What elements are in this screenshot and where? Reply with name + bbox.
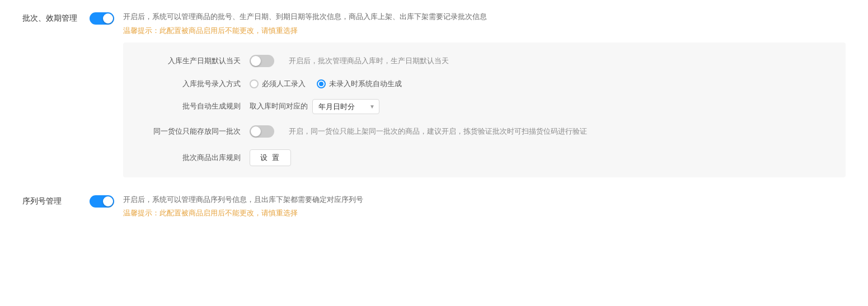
- batch-management-warning: 温馨提示：此配置被商品启用后不能更改，请慎重选择: [123, 25, 846, 37]
- batch-management-desc: 开启后，系统可以管理商品的批号、生产日期、到期日期等批次信息，商品入库上架、出库…: [123, 11, 846, 23]
- batch-input-mode-label: 入库批号录入方式: [140, 79, 241, 89]
- serial-toggle-track[interactable]: [90, 195, 114, 208]
- batch-outbound-rule-button[interactable]: 设 置: [250, 149, 291, 166]
- radio-manual-label: 必须人工录入: [262, 79, 306, 89]
- same-location-batch-row: 同一货位只能存放同一批次 开启，同一货位只能上架同一批次的商品，建议开启，拣货验…: [140, 124, 829, 139]
- default-production-date-toggle[interactable]: [250, 55, 274, 69]
- page-container: 批次、效期管理 开启后，系统可以管理商品的批号、生产日期、到期日期等批次信息，商…: [0, 0, 868, 247]
- batch-management-toggle[interactable]: [90, 12, 114, 26]
- serial-management-content: 开启后，系统可以管理商品序列号信息，且出库下架都需要确定对应序列号 温馨提示：此…: [123, 194, 846, 220]
- serial-management-desc: 开启后，系统可以管理商品序列号信息，且出库下架都需要确定对应序列号: [123, 194, 846, 206]
- batch-outbound-rule-row: 批次商品出库规则 设 置: [140, 149, 829, 166]
- radio-auto-label: 未录入时系统自动生成: [329, 79, 402, 89]
- batch-auto-rule-prefix: 取入库时间对应的: [250, 101, 308, 111]
- batch-management-label: 批次、效期管理: [22, 11, 90, 23]
- radio-auto-circle[interactable]: [317, 79, 326, 88]
- serial-management-toggle[interactable]: [90, 195, 114, 209]
- same-location-batch-toggle[interactable]: [250, 125, 274, 139]
- prod-date-toggle-track[interactable]: [250, 55, 274, 67]
- batch-management-content: 开启后，系统可以管理商品的批号、生产日期、到期日期等批次信息，商品入库上架、出库…: [123, 11, 846, 177]
- batch-toggle-track[interactable]: [90, 12, 114, 25]
- radio-manual-circle[interactable]: [250, 79, 259, 88]
- batch-auto-rule-row: 批号自动生成规则 取入库时间对应的 年月日时分 年月日 年月 年 ▼: [140, 99, 829, 114]
- batch-auto-rule-label: 批号自动生成规则: [140, 101, 241, 111]
- batch-management-section: 批次、效期管理 开启后，系统可以管理商品的批号、生产日期、到期日期等批次信息，商…: [22, 11, 846, 177]
- batch-input-mode-radio-group: 必须人工录入 未录入时系统自动生成: [250, 79, 402, 89]
- serial-management-section: 序列号管理 开启后，系统可以管理商品序列号信息，且出库下架都需要确定对应序列号 …: [22, 194, 846, 220]
- default-production-date-desc: 开启后，批次管理商品入库时，生产日期默认当天: [289, 56, 449, 66]
- default-production-date-label: 入库生产日期默认当天: [140, 56, 241, 66]
- batch-auto-rule-select-wrapper: 年月日时分 年月日 年月 年 ▼: [312, 99, 379, 114]
- same-location-batch-desc: 开启，同一货位只能上架同一批次的商品，建议开启，拣货验证批次时可扫描货位码进行验…: [289, 126, 587, 136]
- default-production-date-row: 入库生产日期默认当天 开启后，批次管理商品入库时，生产日期默认当天: [140, 54, 829, 69]
- serial-management-label: 序列号管理: [22, 194, 90, 206]
- batch-auto-rule-select[interactable]: 年月日时分 年月日 年月 年: [312, 99, 379, 114]
- batch-input-mode-row: 入库批号录入方式 必须人工录入 未录入时系统自动生成: [140, 79, 829, 89]
- same-location-batch-label: 同一货位只能存放同一批次: [140, 126, 241, 136]
- batch-outbound-rule-label: 批次商品出库规则: [140, 153, 241, 163]
- same-location-toggle-track[interactable]: [250, 125, 274, 138]
- radio-auto[interactable]: 未录入时系统自动生成: [317, 79, 402, 89]
- serial-management-warning: 温馨提示：此配置被商品启用后不能更改，请慎重选择: [123, 208, 846, 219]
- radio-manual[interactable]: 必须人工录入: [250, 79, 306, 89]
- batch-sub-panel: 入库生产日期默认当天 开启后，批次管理商品入库时，生产日期默认当天 入库批号录入…: [123, 43, 846, 177]
